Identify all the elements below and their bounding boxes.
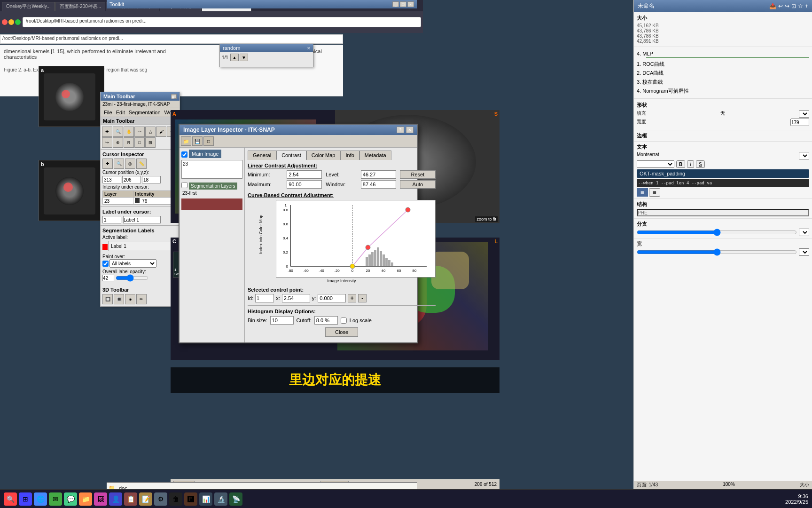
taskbar-contacts[interactable]: 👤 xyxy=(109,492,122,506)
cp-x-input[interactable] xyxy=(282,294,310,302)
bold-btn[interactable]: B xyxy=(676,160,685,168)
li-tb-open[interactable]: 📁 xyxy=(181,136,191,146)
taskbar-mail[interactable]: ✉ xyxy=(49,492,62,506)
underline-btn[interactable]: S xyxy=(696,160,705,168)
d3-btn1[interactable]: 🔲 xyxy=(102,294,113,304)
cp-plus-btn[interactable]: + xyxy=(348,294,356,302)
taskbar-launchpad[interactable]: ⊞ xyxy=(19,492,32,506)
tab-contrast[interactable]: Contrast xyxy=(276,151,306,160)
paint-over-select[interactable]: All labels xyxy=(109,259,156,268)
min-input[interactable] xyxy=(287,170,322,179)
curve-canvas[interactable]: 0 0.2 0.4 0.6 0.8 1 -80 -60 -40 -20 xyxy=(276,200,436,278)
tab-baidu[interactable]: 百度翻译-200种语... xyxy=(55,2,105,11)
font2-select[interactable] xyxy=(637,160,674,168)
menu-edit[interactable]: Edit xyxy=(115,109,126,116)
cursor-mag-btn[interactable]: 🔍 xyxy=(114,159,124,169)
align-left-btn[interactable]: ≡ xyxy=(637,188,648,197)
rp-add-icon[interactable]: + xyxy=(805,3,808,9)
tab-colormap[interactable]: Color Map xyxy=(306,151,341,160)
tb-pan-btn[interactable]: ✋ xyxy=(124,127,134,137)
opacity-slider[interactable] xyxy=(116,274,148,282)
reset-btn[interactable]: Reset xyxy=(400,170,436,179)
toolkit-close-btn[interactable]: × xyxy=(407,1,414,7)
taskbar-file[interactable]: 📁 xyxy=(79,492,92,506)
seg-layers-check[interactable] xyxy=(181,182,187,188)
paint-all-checkbox[interactable] xyxy=(102,261,109,267)
label-name-input[interactable] xyxy=(123,216,161,223)
close-dialog-btn[interactable]: Close xyxy=(325,327,358,337)
width-input[interactable] xyxy=(790,119,809,126)
list-item-roc[interactable]: 1. ROC曲线 xyxy=(637,60,809,69)
cutoff-input[interactable] xyxy=(314,316,338,325)
cursor-y-input[interactable] xyxy=(122,176,141,183)
seg-layers-item[interactable]: Segmentation Layers xyxy=(189,183,237,190)
taskbar-app3[interactable]: 🔬 xyxy=(214,492,227,506)
tab-info[interactable]: Info xyxy=(340,151,359,160)
toolkit-minimize-btn[interactable]: _ xyxy=(392,1,399,7)
random-close-btn[interactable]: × xyxy=(307,45,310,51)
taskbar-settings[interactable]: ⚙ xyxy=(154,492,167,506)
align-right-btn[interactable]: ≡ xyxy=(649,188,660,197)
tb-extra1-btn[interactable]: □ xyxy=(134,137,145,148)
level-input[interactable] xyxy=(361,170,396,179)
li-close-btn[interactable]: × xyxy=(406,127,414,133)
taskbar-msg[interactable]: 💬 xyxy=(64,492,77,506)
tb-paint-btn[interactable]: 🖌 xyxy=(156,127,166,137)
toolbox-close-icon[interactable]: × xyxy=(171,94,177,99)
tab-onekey[interactable]: Onekey平台Weekly... xyxy=(2,2,55,11)
random-prev-btn[interactable]: ▲ xyxy=(230,54,239,61)
active-label-select[interactable]: Label 1 xyxy=(109,241,178,251)
random-next-btn[interactable]: ▼ xyxy=(240,54,248,61)
taskbar-app4[interactable]: 📡 xyxy=(229,492,242,506)
rp-icon1[interactable]: 📤 xyxy=(769,3,776,9)
browser-min-btn[interactable] xyxy=(8,19,14,25)
taskbar-trash[interactable]: 🗑 xyxy=(169,492,182,506)
list-item-cal[interactable]: 3. 校在曲线 xyxy=(637,78,809,87)
browser-max-btn[interactable] xyxy=(15,19,21,25)
taskbar-app2[interactable]: 📊 xyxy=(199,492,212,506)
cursor-x-input[interactable] xyxy=(102,176,121,183)
width2-select[interactable] xyxy=(799,248,809,256)
struct-input[interactable] xyxy=(637,209,809,216)
list-item-dca[interactable]: 2. DCA曲线 xyxy=(637,69,809,78)
browser-close-btn[interactable] xyxy=(2,19,8,25)
cursor-crosshair-btn[interactable]: ✚ xyxy=(102,159,113,169)
url-bar[interactable]: /root/Desktop/MRI-based peritumoral radi… xyxy=(23,17,421,27)
fill-select[interactable] xyxy=(799,110,809,118)
list-item-mlp[interactable]: 4. MLP xyxy=(637,50,809,57)
log-scale-check[interactable] xyxy=(341,318,347,324)
cursor-hand-btn[interactable]: ◎ xyxy=(125,159,135,169)
tab-metadata[interactable]: Metadata xyxy=(359,151,391,160)
opacity-input[interactable] xyxy=(102,275,114,281)
rp-icon5[interactable]: ☆ xyxy=(798,3,803,9)
taskbar-notes[interactable]: 📝 xyxy=(139,492,152,506)
tb-r1-btn[interactable]: R xyxy=(124,137,134,148)
tb-poly-btn[interactable]: △ xyxy=(145,127,156,137)
li-tb-save[interactable]: 💾 xyxy=(192,136,203,146)
branch-select[interactable] xyxy=(799,229,809,236)
d3-btn4[interactable]: ✏ xyxy=(136,294,147,304)
auto-btn[interactable]: Auto xyxy=(400,180,436,189)
tb-redo-btn[interactable]: ↪ xyxy=(102,137,112,148)
main-image-check[interactable] xyxy=(181,151,187,158)
li-tb-eye[interactable]: □ xyxy=(203,136,214,146)
cp-y-input[interactable] xyxy=(318,294,346,302)
menu-file[interactable]: File xyxy=(102,109,114,116)
bin-size-input[interactable] xyxy=(270,316,294,325)
rp-icon2[interactable]: ↩ xyxy=(778,3,783,9)
taskbar-photos[interactable]: 🖼 xyxy=(94,492,107,506)
tb-extra2-btn[interactable]: ⊞ xyxy=(145,137,156,148)
d3-btn3[interactable]: ◈ xyxy=(125,294,135,304)
window-input[interactable] xyxy=(361,180,396,189)
list-item-nomo[interactable]: 4. Nomogram可解释性 xyxy=(637,87,809,95)
rp-icon3[interactable]: ↪ xyxy=(785,3,789,9)
seg-slider[interactable] xyxy=(181,198,242,210)
cursor-z-input[interactable] xyxy=(142,176,161,183)
tab-general[interactable]: General xyxy=(248,151,276,160)
label-num-input[interactable] xyxy=(102,216,121,223)
tb-zoom-btn[interactable]: 🔍 xyxy=(113,127,123,137)
rp-icon4[interactable]: ⊡ xyxy=(791,3,796,9)
toolkit-maximize-btn[interactable]: □ xyxy=(400,1,406,7)
main-image-item[interactable]: Main Image xyxy=(189,150,221,158)
italic-btn[interactable]: I xyxy=(687,160,694,168)
